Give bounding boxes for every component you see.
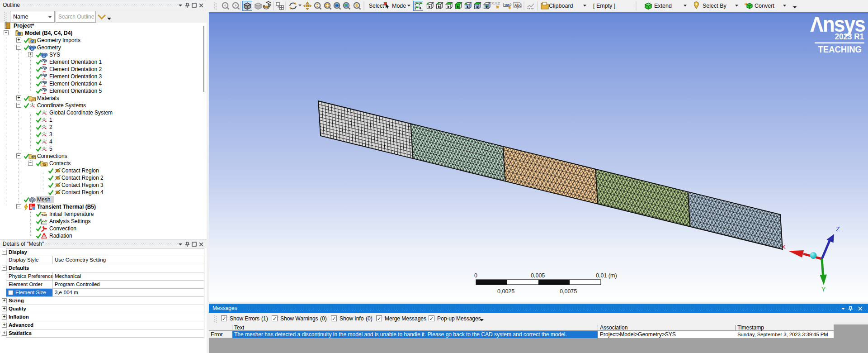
svg-text:2023 R1: 2023 R1 bbox=[835, 32, 864, 41]
svg-text:Abc: Abc bbox=[514, 3, 522, 8]
svg-text:Z: Z bbox=[836, 225, 840, 233]
svg-text:TEACHING: TEACHING bbox=[818, 44, 862, 54]
svg-text:T=0: T=0 bbox=[41, 213, 47, 217]
svg-text:Y: Y bbox=[821, 286, 826, 293]
svg-text:100: 100 bbox=[504, 4, 509, 7]
svg-text:Mode: Mode bbox=[392, 3, 406, 9]
svg-text:X: X bbox=[782, 243, 786, 250]
svg-text:0,0075: 0,0075 bbox=[560, 288, 577, 295]
svg-text:Extend: Extend bbox=[654, 3, 672, 9]
svg-text:[ Empty ]: [ Empty ] bbox=[593, 3, 615, 9]
svg-text:Convert: Convert bbox=[755, 3, 774, 9]
svg-text:0: 0 bbox=[474, 272, 477, 279]
svg-text:Select: Select bbox=[369, 3, 384, 9]
svg-text:Clipboard: Clipboard bbox=[549, 3, 573, 9]
svg-text:Select By: Select By bbox=[703, 3, 727, 9]
svg-text:0,01 (m): 0,01 (m) bbox=[596, 272, 617, 279]
svg-text:X.Y.Z: X.Y.Z bbox=[491, 1, 500, 5]
svg-text:0,0025: 0,0025 bbox=[497, 288, 514, 295]
svg-text:0,005: 0,005 bbox=[531, 272, 545, 279]
